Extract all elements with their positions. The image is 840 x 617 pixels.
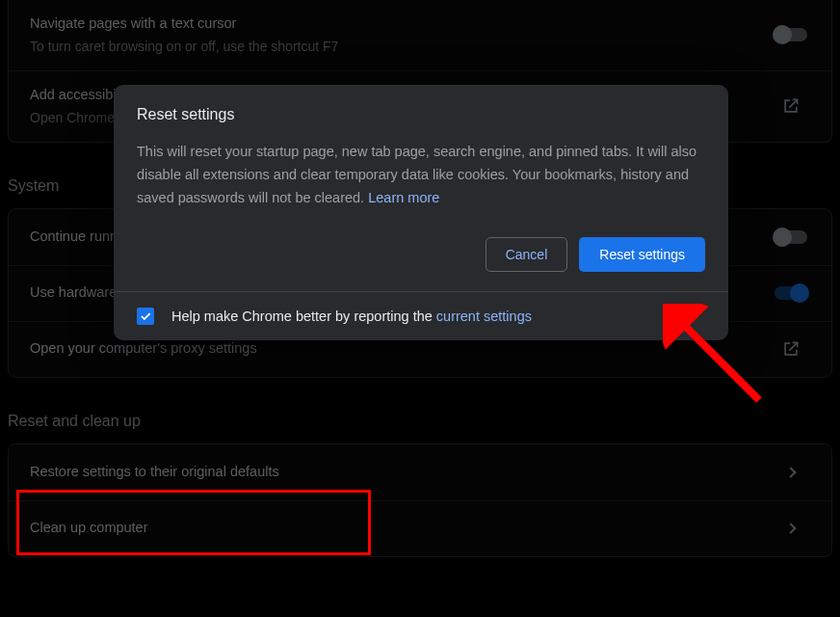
dialog-body-text: This will reset your startup page, new t… — [137, 141, 705, 210]
dialog-title: Reset settings — [137, 106, 705, 123]
cancel-button[interactable]: Cancel — [486, 237, 568, 272]
dialog-footer-text: Help make Chrome better by reporting the… — [171, 308, 532, 324]
learn-more-link[interactable]: Learn more — [368, 190, 439, 205]
footer-prefix: Help make Chrome better by reporting the — [171, 308, 436, 324]
report-checkbox[interactable] — [137, 308, 154, 325]
reset-settings-dialog: Reset settings This will reset your star… — [114, 85, 728, 340]
reset-settings-button[interactable]: Reset settings — [579, 237, 705, 272]
current-settings-link[interactable]: current settings — [436, 308, 532, 324]
check-icon — [139, 309, 152, 323]
